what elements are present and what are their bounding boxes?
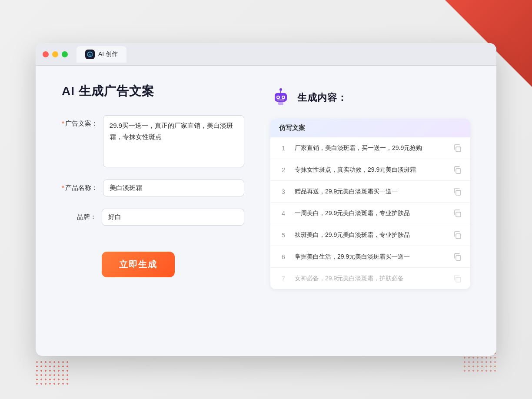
svg-rect-16	[456, 256, 461, 260]
row-num-7: 7	[279, 275, 288, 282]
browser-tab-ai[interactable]: AI AI 创作	[76, 46, 126, 63]
copy-icon-1[interactable]	[453, 144, 462, 153]
result-row-7: 7 女神必备，29.9元美白淡斑霜，护肤必备	[270, 268, 470, 289]
bg-dots-decoration-left	[35, 360, 70, 386]
tab-label: AI 创作	[98, 50, 118, 58]
form-group-ad-copy: *广告文案： 29.9买一送一，真正的厂家直销，美白淡斑霜，专抹女性斑点	[62, 115, 244, 167]
product-name-label: *产品名称：	[62, 180, 98, 192]
page-title: AI 生成广告文案	[62, 83, 244, 100]
browser-titlebar: AI AI 创作	[36, 43, 496, 66]
copy-icon-7[interactable]	[453, 274, 462, 283]
traffic-lights	[43, 51, 68, 57]
svg-rect-17	[456, 277, 461, 282]
row-num-3: 3	[279, 188, 288, 195]
result-row-5: 5 祛斑美白，29.9元美白淡斑霜，专业护肤品	[270, 224, 470, 246]
svg-rect-13	[456, 190, 461, 195]
traffic-light-minimize[interactable]	[52, 51, 58, 57]
svg-rect-9	[277, 100, 284, 100]
svg-rect-12	[456, 169, 461, 173]
result-title: 生成内容：	[297, 91, 347, 104]
result-row-1: 1 厂家直销，美白淡斑霜，买一送一，29.9元抢购	[270, 137, 470, 159]
result-row-2: 2 专抹女性斑点，真实功效，29.9元美白淡斑霜	[270, 159, 470, 181]
form-group-product-name: *产品名称：	[62, 180, 244, 196]
ai-tab-icon: AI	[85, 50, 95, 59]
result-row-6: 6 掌握美白生活，29.9元美白淡斑霜买一送一	[270, 246, 470, 268]
row-num-6: 6	[279, 253, 288, 260]
traffic-light-close[interactable]	[43, 51, 49, 57]
right-panel: 生成内容： 仿写文案 1 厂家直销，美白淡斑霜，买一送一，29.9元抢购 2	[270, 83, 470, 335]
required-star-2: *	[62, 184, 64, 191]
row-num-5: 5	[279, 231, 288, 239]
browser-content: AI 生成广告文案 *广告文案： 29.9买一送一，真正的厂家直销，美白淡斑霜，…	[36, 66, 496, 352]
ad-copy-label: *广告文案：	[62, 115, 98, 128]
row-text-5: 祛斑美白，29.9元美白淡斑霜，专业护肤品	[295, 230, 446, 239]
generate-button-wrapper: 立即生成	[62, 238, 244, 277]
row-text-2: 专抹女性斑点，真实功效，29.9元美白淡斑霜	[295, 165, 446, 174]
svg-rect-14	[456, 212, 461, 217]
svg-point-2	[279, 88, 282, 91]
svg-rect-15	[456, 234, 461, 239]
browser-window: AI AI 创作 AI 生成广告文案 *广告文案： 29.9买一送一，真正的厂家…	[36, 43, 496, 356]
svg-rect-10	[278, 102, 283, 105]
result-table-header: 仿写文案	[270, 119, 470, 137]
row-num-4: 4	[279, 209, 288, 217]
copy-icon-3[interactable]	[453, 187, 462, 196]
svg-rect-11	[456, 147, 461, 152]
copy-icon-4[interactable]	[453, 209, 462, 218]
svg-point-8	[283, 96, 284, 98]
result-header: 生成内容：	[270, 87, 470, 108]
brand-field[interactable]	[102, 209, 244, 226]
robot-icon	[270, 87, 291, 108]
left-panel: AI 生成广告文案 *广告文案： 29.9买一送一，真正的厂家直销，美白淡斑霜，…	[62, 83, 244, 335]
svg-point-7	[277, 96, 279, 98]
brand-label: 品牌：	[62, 209, 96, 221]
row-text-4: 一周美白，29.9元美白淡斑霜，专业护肤品	[295, 209, 446, 218]
row-num-2: 2	[279, 166, 288, 173]
required-star-1: *	[62, 120, 64, 127]
copy-icon-2[interactable]	[453, 166, 462, 174]
svg-text:AI: AI	[89, 53, 91, 56]
traffic-light-maximize[interactable]	[62, 51, 68, 57]
row-text-3: 赠品再送，29.9元美白淡斑霜买一送一	[295, 187, 446, 196]
row-text-7: 女神必备，29.9元美白淡斑霜，护肤必备	[295, 274, 446, 283]
result-row-4: 4 一周美白，29.9元美白淡斑霜，专业护肤品	[270, 203, 470, 224]
ad-copy-field[interactable]: 29.9买一送一，真正的厂家直销，美白淡斑霜，专抹女性斑点	[103, 115, 244, 167]
row-num-1: 1	[279, 144, 288, 152]
row-text-1: 厂家直销，美白淡斑霜，买一送一，29.9元抢购	[295, 143, 446, 153]
result-table: 仿写文案 1 厂家直销，美白淡斑霜，买一送一，29.9元抢购 2 专抹女性斑点，…	[270, 119, 470, 289]
form-group-brand: 品牌：	[62, 209, 244, 226]
generate-button[interactable]: 立即生成	[102, 252, 175, 277]
copy-icon-6[interactable]	[453, 253, 462, 261]
row-text-6: 掌握美白生活，29.9元美白淡斑霜买一送一	[295, 252, 446, 261]
result-row-3: 3 赠品再送，29.9元美白淡斑霜买一送一	[270, 181, 470, 203]
product-name-field[interactable]	[103, 180, 244, 196]
copy-icon-5[interactable]	[453, 231, 462, 239]
